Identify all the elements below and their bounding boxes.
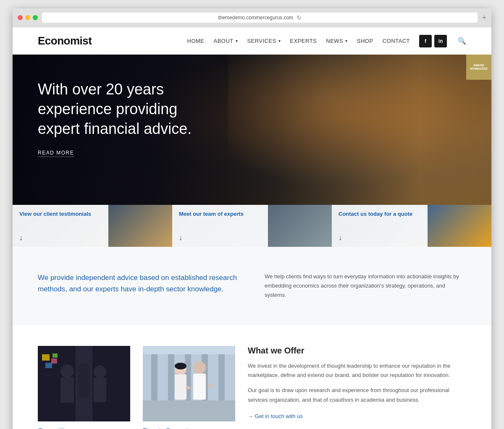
- svg-rect-15: [151, 354, 158, 400]
- hero-readmore-link[interactable]: READ MORE: [38, 150, 74, 157]
- info-section: We provide independent advice based on e…: [13, 247, 491, 325]
- card-overlay-quote: Contact us today for a quote ↓: [332, 205, 428, 247]
- award-text: AWARDNOMINATED: [468, 62, 489, 73]
- offer-dispute-label[interactable]: Dispute Support: [143, 426, 235, 429]
- svg-point-6: [94, 366, 106, 378]
- svg-rect-8: [42, 354, 50, 361]
- svg-rect-11: [52, 353, 58, 358]
- new-tab-button[interactable]: +: [482, 13, 486, 22]
- competition-svg: [38, 346, 130, 421]
- svg-rect-7: [94, 378, 106, 402]
- browser-chrome: themedemo.commercegurus.com ↻ +: [13, 8, 491, 27]
- nav-shop[interactable]: SHOP: [357, 38, 373, 44]
- svg-point-4: [78, 363, 90, 375]
- offers-desc1: We invest in the development of thought …: [248, 361, 466, 380]
- linkedin-button[interactable]: in: [434, 35, 447, 47]
- nav-services[interactable]: SERVICES: [247, 38, 281, 44]
- feature-card-quote[interactable]: Contact us today for a quote ↓: [332, 205, 491, 247]
- offer-dispute-wrap: Dispute Support: [143, 346, 235, 429]
- dot-red[interactable]: [18, 15, 23, 20]
- offers-section: Competition: [13, 325, 491, 429]
- svg-rect-13: [143, 400, 235, 421]
- card-arrow-quote: ↓: [339, 234, 421, 242]
- card-arrow-testimonials: ↓: [19, 234, 102, 242]
- navigation: Economist HOME ABOUT SERVICES EXPERTS NE…: [13, 27, 491, 55]
- hero-title: With over 20 years experience providing …: [38, 80, 206, 139]
- offers-desc2: Our goal is to draw upon research and ex…: [248, 386, 466, 404]
- info-left-text: We provide independent advice based on e…: [38, 272, 239, 295]
- dot-yellow[interactable]: [25, 15, 30, 20]
- search-icon[interactable]: 🔍: [458, 37, 466, 45]
- offers-link[interactable]: → Get in touch with us: [248, 413, 466, 419]
- facebook-button[interactable]: f: [419, 35, 432, 47]
- url-text: themedemo.commercegurus.com: [218, 15, 293, 21]
- award-badge: AWARDNOMINATED: [466, 55, 491, 80]
- site-logo[interactable]: Economist: [38, 34, 92, 47]
- offer-competition-wrap: Competition: [38, 346, 130, 429]
- reload-icon[interactable]: ↻: [297, 14, 302, 21]
- nav-news[interactable]: NEWS: [326, 38, 348, 44]
- card-overlay-testimonials: View our client testimonials ↓: [13, 205, 108, 247]
- svg-point-26: [208, 384, 213, 387]
- dispute-svg: [143, 346, 235, 421]
- offer-text: What we Offer We invest in the developme…: [248, 346, 466, 419]
- nav-home[interactable]: HOME: [187, 38, 205, 44]
- offers-title: What we Offer: [248, 346, 466, 356]
- hero-section: With over 20 years experience providing …: [13, 55, 491, 206]
- svg-rect-10: [45, 363, 52, 368]
- svg-point-25: [186, 386, 191, 390]
- nav-about[interactable]: ABOUT: [214, 38, 238, 44]
- svg-rect-21: [175, 374, 186, 400]
- info-right-text: We help clients find ways to turn everyd…: [265, 272, 466, 300]
- hero-content: With over 20 years experience providing …: [13, 55, 231, 156]
- feature-card-testimonials[interactable]: View our client testimonials ↓: [13, 205, 172, 247]
- nav-links: HOME ABOUT SERVICES EXPERTS NEWS SHOP CO…: [187, 35, 466, 47]
- feature-cards: View our client testimonials ↓ Meet our …: [13, 205, 491, 247]
- svg-rect-9: [51, 358, 57, 364]
- svg-rect-3: [60, 377, 74, 403]
- browser-dots: [18, 15, 38, 20]
- info-right: We help clients find ways to turn everyd…: [265, 272, 466, 300]
- svg-rect-5: [78, 374, 90, 398]
- offer-dispute-image: [143, 346, 235, 421]
- address-bar[interactable]: themedemo.commercegurus.com ↻: [42, 13, 478, 23]
- svg-point-22: [175, 363, 186, 369]
- svg-rect-19: [218, 354, 225, 400]
- offer-competition-image: [38, 346, 130, 421]
- nav-contact[interactable]: CONTACT: [383, 38, 410, 44]
- svg-point-23: [193, 361, 206, 374]
- svg-rect-24: [193, 374, 206, 400]
- feature-card-team[interactable]: Meet our team of experts ↓: [172, 205, 332, 247]
- card-title-team: Meet our team of experts: [179, 211, 261, 218]
- svg-point-2: [60, 364, 74, 378]
- card-overlay-team: Meet our team of experts ↓: [172, 205, 268, 247]
- nav-social: f in: [419, 35, 447, 47]
- dot-green[interactable]: [33, 15, 38, 20]
- card-arrow-team: ↓: [179, 234, 261, 242]
- offer-competition-label[interactable]: Competition: [38, 426, 130, 429]
- nav-experts[interactable]: EXPERTS: [290, 38, 317, 44]
- card-title-quote: Contact us today for a quote: [339, 211, 421, 218]
- card-title-testimonials: View our client testimonials: [19, 211, 102, 218]
- svg-rect-16: [168, 354, 174, 400]
- site-content: Economist HOME ABOUT SERVICES EXPERTS NE…: [13, 27, 491, 429]
- info-left: We provide independent advice based on e…: [38, 272, 239, 300]
- browser-window: themedemo.commercegurus.com ↻ + Economis…: [13, 8, 491, 429]
- hero-person-area: [228, 55, 491, 206]
